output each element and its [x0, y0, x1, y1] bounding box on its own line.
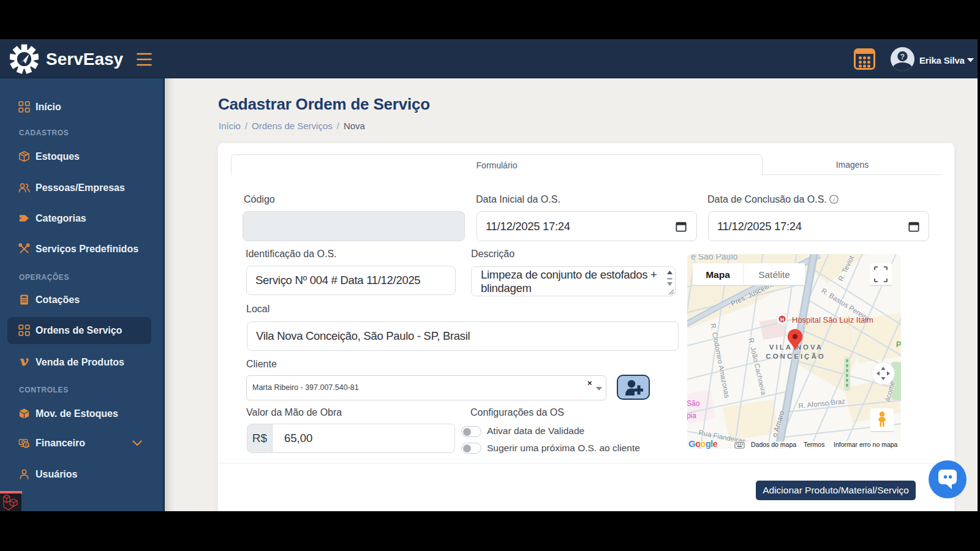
svg-text:Mapa: Mapa [706, 269, 730, 280]
svg-text:Hospital São Luiz Itaim: Hospital São Luiz Itaim [792, 315, 873, 324]
svg-text:R. João Cachoeira: R. João Cachoeira [747, 337, 767, 396]
svg-text:Termos: Termos [804, 441, 824, 448]
svg-text:Informar erro no mapa: Informar erro no mapa [834, 441, 898, 448]
svg-text:CONCEIÇÃO: CONCEIÇÃO [766, 353, 825, 360]
svg-text:ipia: ipia [687, 411, 696, 420]
svg-text:Google: Google [688, 438, 717, 449]
svg-text:Satélite: Satélite [758, 269, 790, 280]
svg-text:i: i [834, 196, 835, 203]
svg-text:e São Paulo: e São Paulo [691, 254, 737, 261]
svg-text:?: ? [900, 53, 905, 61]
svg-text:P: P [896, 340, 901, 349]
svg-text:R. Clodomiro Amazonas: R. Clodomiro Amazonas [709, 323, 731, 399]
svg-text:Dados do mapa: Dados do mapa [751, 441, 796, 448]
svg-text:São: São [687, 399, 700, 408]
svg-text:$: $ [24, 443, 27, 447]
svg-text:H: H [780, 317, 784, 323]
svg-text:R. Afonso Braz: R. Afonso Braz [798, 397, 846, 410]
